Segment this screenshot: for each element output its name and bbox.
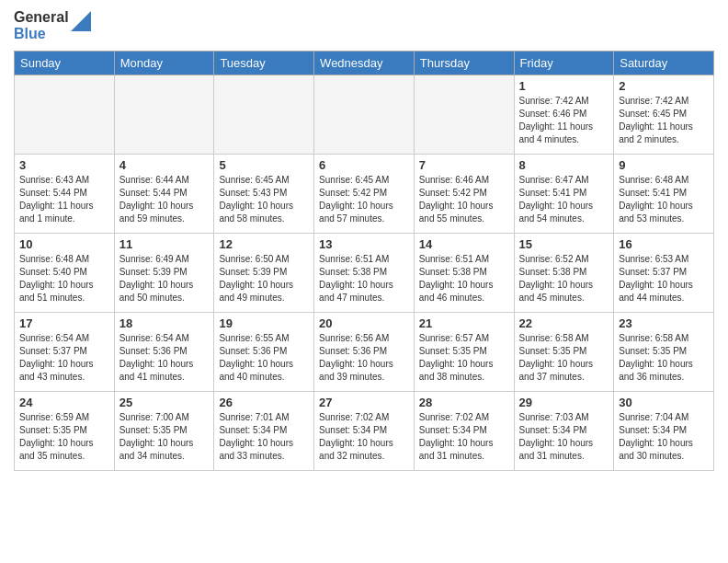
day-info: Sunrise: 6:51 AM Sunset: 5:38 PM Dayligh… [319,253,409,304]
svg-marker-0 [71,11,91,31]
day-number: 16 [619,237,709,251]
day-info: Sunrise: 6:56 AM Sunset: 5:36 PM Dayligh… [319,332,409,384]
day-number: 10 [19,237,109,251]
calendar-day [214,75,314,154]
week-row: 1Sunrise: 7:42 AM Sunset: 6:46 PM Daylig… [15,75,714,154]
calendar-day: 19Sunrise: 6:55 AM Sunset: 5:36 PM Dayli… [214,312,314,391]
calendar-day: 8Sunrise: 6:47 AM Sunset: 5:41 PM Daylig… [514,154,614,233]
calendar-day: 18Sunrise: 6:54 AM Sunset: 5:36 PM Dayli… [114,312,214,391]
calendar-day: 22Sunrise: 6:58 AM Sunset: 5:35 PM Dayli… [514,312,614,391]
calendar-day [314,75,415,154]
day-info: Sunrise: 7:02 AM Sunset: 5:34 PM Dayligh… [319,411,409,463]
logo-triangle-icon [71,11,91,31]
calendar-day [15,75,115,154]
day-number: 17 [19,316,109,330]
day-info: Sunrise: 7:01 AM Sunset: 5:34 PM Dayligh… [219,411,309,463]
calendar-day: 14Sunrise: 6:51 AM Sunset: 5:38 PM Dayli… [414,233,514,312]
day-info: Sunrise: 6:59 AM Sunset: 5:35 PM Dayligh… [19,411,109,463]
day-info: Sunrise: 6:54 AM Sunset: 5:36 PM Dayligh… [119,332,210,384]
day-number: 6 [319,158,409,172]
calendar-day: 15Sunrise: 6:52 AM Sunset: 5:38 PM Dayli… [514,233,614,312]
calendar-day: 1Sunrise: 7:42 AM Sunset: 6:46 PM Daylig… [514,75,614,154]
day-info: Sunrise: 6:48 AM Sunset: 5:40 PM Dayligh… [19,253,109,304]
logo: General Blue [14,9,91,43]
page: General Blue SundayMondayTuesdayWednesda… [0,0,728,563]
day-number: 7 [419,158,509,172]
day-of-week-header: Saturday [614,51,714,75]
week-row: 17Sunrise: 6:54 AM Sunset: 5:37 PM Dayli… [15,312,714,391]
day-info: Sunrise: 7:42 AM Sunset: 6:46 PM Dayligh… [519,95,609,146]
calendar-day: 12Sunrise: 6:50 AM Sunset: 5:39 PM Dayli… [214,233,314,312]
day-of-week-header: Friday [514,51,614,75]
day-number: 8 [519,158,609,172]
calendar-day: 30Sunrise: 7:04 AM Sunset: 5:34 PM Dayli… [614,391,714,470]
day-number: 4 [119,158,210,172]
day-info: Sunrise: 7:00 AM Sunset: 5:35 PM Dayligh… [119,411,210,463]
day-info: Sunrise: 6:49 AM Sunset: 5:39 PM Dayligh… [119,253,210,304]
day-info: Sunrise: 6:48 AM Sunset: 5:41 PM Dayligh… [619,174,709,225]
day-info: Sunrise: 6:46 AM Sunset: 5:42 PM Dayligh… [419,174,509,225]
day-info: Sunrise: 6:55 AM Sunset: 5:36 PM Dayligh… [219,332,309,384]
day-info: Sunrise: 7:02 AM Sunset: 5:34 PM Dayligh… [419,411,509,463]
day-number: 13 [319,237,409,251]
day-info: Sunrise: 6:45 AM Sunset: 5:43 PM Dayligh… [219,174,309,225]
calendar-header-row: SundayMondayTuesdayWednesdayThursdayFrid… [15,51,714,75]
calendar-day: 27Sunrise: 7:02 AM Sunset: 5:34 PM Dayli… [314,391,415,470]
day-info: Sunrise: 7:03 AM Sunset: 5:34 PM Dayligh… [519,411,609,463]
day-number: 18 [119,316,210,330]
calendar-day: 17Sunrise: 6:54 AM Sunset: 5:37 PM Dayli… [15,312,115,391]
day-info: Sunrise: 6:53 AM Sunset: 5:37 PM Dayligh… [619,253,709,304]
day-number: 12 [219,237,309,251]
calendar-day: 23Sunrise: 6:58 AM Sunset: 5:35 PM Dayli… [614,312,714,391]
day-info: Sunrise: 6:47 AM Sunset: 5:41 PM Dayligh… [519,174,609,225]
calendar-day: 29Sunrise: 7:03 AM Sunset: 5:34 PM Dayli… [514,391,614,470]
calendar-day: 9Sunrise: 6:48 AM Sunset: 5:41 PM Daylig… [614,154,714,233]
calendar-day: 21Sunrise: 6:57 AM Sunset: 5:35 PM Dayli… [414,312,514,391]
day-number: 20 [319,316,409,330]
day-info: Sunrise: 6:45 AM Sunset: 5:42 PM Dayligh… [319,174,409,225]
day-info: Sunrise: 6:52 AM Sunset: 5:38 PM Dayligh… [519,253,609,304]
day-of-week-header: Wednesday [314,51,415,75]
calendar-day: 5Sunrise: 6:45 AM Sunset: 5:43 PM Daylig… [214,154,314,233]
calendar-day: 20Sunrise: 6:56 AM Sunset: 5:36 PM Dayli… [314,312,415,391]
calendar-day: 16Sunrise: 6:53 AM Sunset: 5:37 PM Dayli… [614,233,714,312]
logo-general: General [14,9,69,26]
day-number: 28 [419,396,509,409]
week-row: 24Sunrise: 6:59 AM Sunset: 5:35 PM Dayli… [15,391,714,470]
day-number: 14 [419,237,509,251]
week-row: 3Sunrise: 6:43 AM Sunset: 5:44 PM Daylig… [15,154,714,233]
day-info: Sunrise: 7:04 AM Sunset: 5:34 PM Dayligh… [619,411,709,463]
header: General Blue [14,9,714,43]
logo-blue: Blue [14,26,69,42]
week-row: 10Sunrise: 6:48 AM Sunset: 5:40 PM Dayli… [15,233,714,312]
day-number: 27 [319,396,409,409]
day-number: 5 [219,158,309,172]
day-number: 1 [519,79,609,93]
calendar-day [414,75,514,154]
day-number: 24 [19,396,109,409]
day-info: Sunrise: 6:54 AM Sunset: 5:37 PM Dayligh… [19,332,109,384]
calendar-day: 10Sunrise: 6:48 AM Sunset: 5:40 PM Dayli… [15,233,115,312]
day-of-week-header: Tuesday [214,51,314,75]
logo-text: General Blue [14,9,69,43]
day-number: 11 [119,237,210,251]
day-number: 19 [219,316,309,330]
day-number: 3 [19,158,109,172]
calendar-day: 7Sunrise: 6:46 AM Sunset: 5:42 PM Daylig… [414,154,514,233]
calendar-day: 26Sunrise: 7:01 AM Sunset: 5:34 PM Dayli… [214,391,314,470]
day-number: 26 [219,396,309,409]
day-of-week-header: Sunday [15,51,115,75]
calendar-day: 2Sunrise: 7:42 AM Sunset: 6:45 PM Daylig… [614,75,714,154]
day-number: 30 [619,396,709,409]
day-number: 25 [119,396,210,409]
day-number: 23 [619,316,709,330]
calendar-day [114,75,214,154]
day-number: 2 [619,79,709,93]
calendar-day: 25Sunrise: 7:00 AM Sunset: 5:35 PM Dayli… [114,391,214,470]
day-info: Sunrise: 6:58 AM Sunset: 5:35 PM Dayligh… [619,332,709,384]
calendar-day: 24Sunrise: 6:59 AM Sunset: 5:35 PM Dayli… [15,391,115,470]
calendar-day: 11Sunrise: 6:49 AM Sunset: 5:39 PM Dayli… [114,233,214,312]
calendar-day: 4Sunrise: 6:44 AM Sunset: 5:44 PM Daylig… [114,154,214,233]
calendar-day: 13Sunrise: 6:51 AM Sunset: 5:38 PM Dayli… [314,233,415,312]
day-number: 15 [519,237,609,251]
